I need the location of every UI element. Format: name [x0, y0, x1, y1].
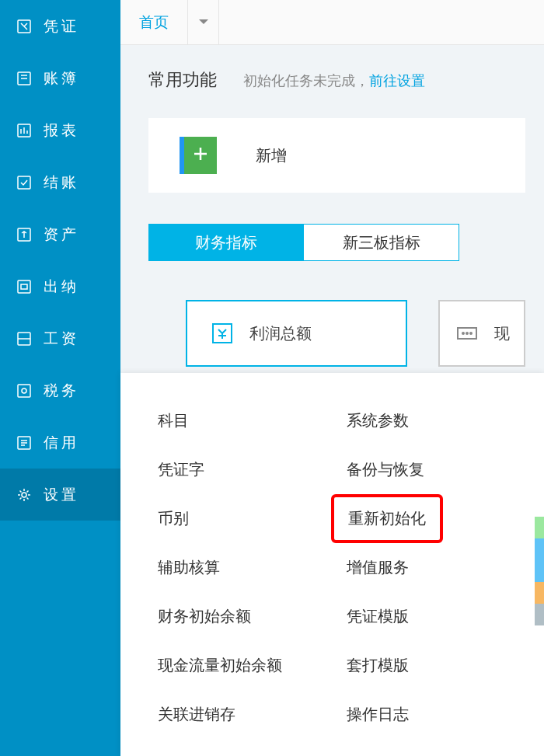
tabbar: 首页 [120, 0, 544, 45]
sidebar: 凭证 账簿 报表 结账 资产 出纳 工资 [0, 0, 120, 756]
card-title: 利润总额 [249, 323, 312, 344]
submenu-item-currency[interactable]: 币别 [152, 494, 340, 543]
tab-dropdown[interactable] [188, 0, 219, 44]
submenu-item-subject[interactable]: 科目 [152, 396, 340, 445]
submenu-item-aux-accounting[interactable]: 辅助核算 [152, 543, 340, 592]
report-icon [16, 122, 33, 139]
svg-rect-5 [18, 280, 30, 293]
sidebar-item-cashier[interactable]: 出纳 [0, 260, 120, 312]
card-row: 利润总额 现 [148, 300, 525, 367]
check-icon [16, 174, 33, 191]
init-warning: 初始化任务未完成，前往设置 [243, 71, 425, 90]
submenu-col-right: 系统参数 备份与恢复 重新初始化 增值服务 凭证模版 套打模版 操作日志 [340, 396, 529, 756]
submenu-item-financial-init[interactable]: 财务初始余额 [152, 592, 340, 641]
credit-icon [16, 434, 33, 451]
svg-point-15 [466, 333, 468, 334]
tab-label: 首页 [139, 12, 169, 33]
submenu-item-voucher-template[interactable]: 凭证模版 [340, 592, 529, 641]
edit-icon [16, 18, 33, 35]
section-title: 常用功能 [148, 68, 217, 92]
svg-rect-6 [21, 284, 27, 289]
asset-icon [16, 226, 33, 243]
tax-icon [16, 382, 33, 399]
sidebar-item-closing[interactable]: 结账 [0, 156, 120, 208]
submenu-item-voucher-word[interactable]: 凭证字 [152, 445, 340, 494]
settings-submenu: 科目 凭证字 币别 辅助核算 财务初始余额 现金流量初始余额 关联进销存 系统参… [120, 373, 544, 756]
sidebar-label: 税务 [44, 381, 79, 401]
sidebar-label: 报表 [44, 120, 79, 141]
sidebar-label: 工资 [44, 329, 79, 349]
book-icon [16, 70, 33, 87]
submenu-item-sys-params[interactable]: 系统参数 [340, 396, 529, 445]
card-secondary[interactable]: 现 [438, 300, 525, 367]
svg-rect-3 [18, 176, 30, 189]
submenu-item-print-template[interactable]: 套打模版 [340, 641, 529, 690]
add-button[interactable] [180, 137, 217, 174]
gear-icon [16, 486, 33, 503]
tab-home[interactable]: 首页 [120, 0, 188, 44]
submenu-item-operation-log[interactable]: 操作日志 [340, 690, 529, 739]
color-stripe [535, 517, 544, 625]
sidebar-item-salary[interactable]: 工资 [0, 312, 120, 364]
sidebar-item-tax[interactable]: 税务 [0, 364, 120, 416]
metrics-toggle: 财务指标 新三板指标 [148, 224, 525, 261]
submenu-item-link-inventory[interactable]: 关联进销存 [152, 690, 340, 739]
secondary-icon [454, 320, 480, 347]
svg-point-11 [22, 493, 26, 497]
chevron-down-icon [198, 16, 209, 30]
card-profit[interactable]: 利润总额 [186, 300, 407, 367]
sidebar-item-reports[interactable]: 报表 [0, 104, 120, 156]
submenu-col-left: 科目 凭证字 币别 辅助核算 财务初始余额 现金流量初始余额 关联进销存 [152, 396, 340, 756]
add-label: 新增 [256, 145, 287, 166]
sidebar-label: 信用 [44, 433, 79, 453]
add-block: 新增 [148, 118, 525, 193]
sidebar-label: 资产 [44, 225, 79, 245]
submenu-item-backup[interactable]: 备份与恢复 [340, 445, 529, 494]
sidebar-label: 结账 [44, 172, 79, 193]
sidebar-label: 设置 [44, 485, 79, 505]
plus-icon [191, 145, 210, 166]
submenu-item-value-added[interactable]: 增值服务 [340, 543, 529, 592]
sidebar-label: 出纳 [44, 277, 79, 297]
sidebar-item-voucher[interactable]: 凭证 [0, 0, 120, 52]
sidebar-item-credit[interactable]: 信用 [0, 416, 120, 469]
salary-icon [16, 330, 33, 347]
sidebar-label: 账簿 [44, 68, 79, 89]
cashier-icon [16, 278, 33, 295]
svg-point-16 [470, 333, 472, 334]
section-header: 常用功能 初始化任务未完成，前往设置 [148, 68, 525, 92]
sidebar-label: 凭证 [44, 16, 79, 37]
sidebar-item-books[interactable]: 账簿 [0, 52, 120, 104]
card-title: 现 [494, 323, 510, 344]
profit-icon [209, 320, 235, 347]
svg-point-14 [462, 333, 464, 334]
toggle-finance[interactable]: 财务指标 [148, 224, 304, 261]
submenu-item-reinitialize[interactable]: 重新初始化 [331, 494, 443, 543]
sidebar-item-assets[interactable]: 资产 [0, 208, 120, 260]
svg-point-9 [22, 388, 26, 393]
svg-rect-8 [18, 385, 30, 397]
init-link[interactable]: 前往设置 [369, 73, 425, 89]
toggle-neeq[interactable]: 新三板指标 [304, 224, 459, 261]
submenu-item-cashflow-init[interactable]: 现金流量初始余额 [152, 641, 340, 690]
sidebar-item-settings[interactable]: 设置 [0, 469, 120, 521]
